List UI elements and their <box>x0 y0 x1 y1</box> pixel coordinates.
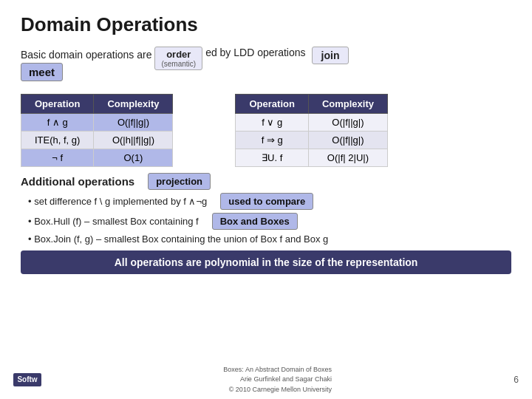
right-table-header-op: Operation <box>236 95 308 114</box>
right-complexity-cell: O(|f| 2|U|) <box>308 149 387 167</box>
intro-middle: ed by LDD operations <box>205 47 305 58</box>
left-op-cell: ¬ f <box>21 149 94 167</box>
right-table-row: f ∨ gO(|f||g|) <box>236 114 387 132</box>
right-op-cell: f ∨ g <box>236 114 308 132</box>
join-box: join <box>312 47 349 64</box>
left-complexity-cell: O(1) <box>94 149 173 167</box>
all-poly-box: All operations are polynomial in the siz… <box>21 250 511 274</box>
left-complexity-cell: O(|h||f||g|) <box>94 132 173 149</box>
order-sublabel: (semantic) <box>161 60 196 68</box>
logo-shape: Softw <box>13 373 41 386</box>
order-box: order (semantic) <box>154 47 202 70</box>
intro-row: Basic domain operations are order (seman… <box>21 47 511 70</box>
left-table-header-op: Operation <box>21 95 94 114</box>
bullet1-text: • set difference f \ g implemented by f … <box>28 196 207 207</box>
used-compare-box: used to compare <box>220 193 313 210</box>
projection-box: projection <box>148 173 211 190</box>
right-table-header-complexity: Complexity <box>308 95 387 114</box>
left-complexity-cell: O(|f||g|) <box>94 114 173 132</box>
right-table-row: f ⇒ gO(|f||g|) <box>236 132 387 149</box>
bullet3-row: • Box.Join (f, g) – smallest Box contain… <box>28 233 511 245</box>
right-op-cell: ∃U. f <box>236 149 308 167</box>
meet-box: meet <box>21 63 63 81</box>
footer-info-line3: © 2010 Carnegie Mellon University <box>223 385 332 395</box>
slide-title: Domain Operations <box>21 13 511 36</box>
footer-info-line2: Arie Gurfinkel and Sagar Chaki <box>223 375 332 385</box>
footer-logo: Softw <box>13 373 41 386</box>
additional-row: Additional operations projection <box>21 173 511 190</box>
footer-info-line1: Boxes: An Abstract Domain of Boxes <box>223 365 332 375</box>
right-table: Operation Complexity f ∨ gO(|f||g|)f ⇒ g… <box>235 94 387 167</box>
bullet2-row: • Box.Hull (f) – smallest Box containing… <box>28 213 511 230</box>
right-complexity-cell: O(|f||g|) <box>308 132 387 149</box>
intro-prefix: Basic domain operations are <box>21 47 151 63</box>
left-table-row: ¬ fO(1) <box>21 149 173 167</box>
left-table: Operation Complexity f ∧ gO(|f||g|)ITE(h… <box>21 94 173 167</box>
bullet1-row: • set difference f \ g implemented by f … <box>28 193 511 210</box>
right-op-cell: f ⇒ g <box>236 132 308 149</box>
boxes-box: Box and Boxes <box>212 213 298 230</box>
left-op-cell: ITE(h, f, g) <box>21 132 94 149</box>
left-table-row: ITE(h, f, g)O(|h||f||g|) <box>21 132 173 149</box>
tables-row: Operation Complexity f ∧ gO(|f||g|)ITE(h… <box>21 94 511 167</box>
order-label: order <box>161 49 196 60</box>
logo-text: Softw <box>17 375 37 383</box>
left-table-header-complexity: Complexity <box>94 95 173 114</box>
footer-info: Boxes: An Abstract Domain of Boxes Arie … <box>223 365 332 395</box>
footer: Softw Boxes: An Abstract Domain of Boxes… <box>0 365 532 395</box>
left-op-cell: f ∧ g <box>21 114 94 132</box>
left-table-row: f ∧ gO(|f||g|) <box>21 114 173 132</box>
right-table-row: ∃U. fO(|f| 2|U|) <box>236 149 387 167</box>
additional-label: Additional operations <box>21 175 134 188</box>
page-number: 6 <box>514 375 519 385</box>
right-complexity-cell: O(|f||g|) <box>308 114 387 132</box>
bullet2-text: • Box.Hull (f) – smallest Box containing… <box>28 216 199 227</box>
bullet3-text: • Box.Join (f, g) – smallest Box contain… <box>28 233 328 245</box>
